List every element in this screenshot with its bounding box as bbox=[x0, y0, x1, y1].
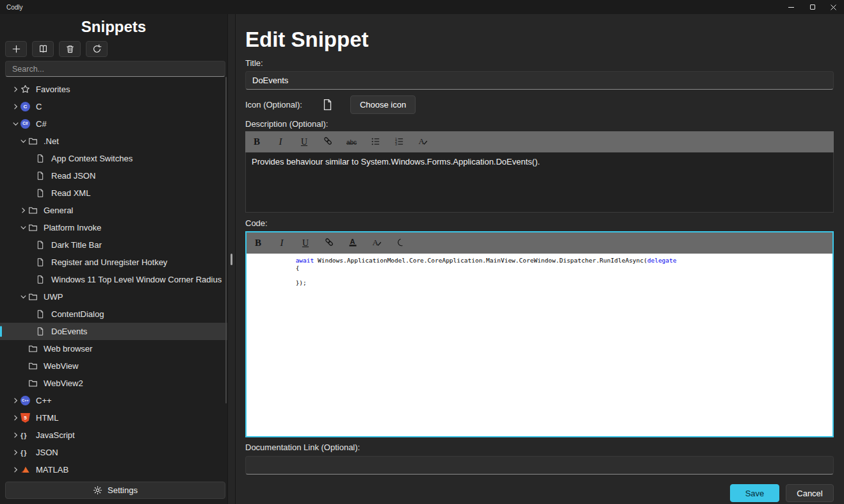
tree-item-register-and-unregister-hotkey[interactable]: Register and Unregister Hotkey bbox=[0, 254, 227, 271]
tree-item-read-json[interactable]: Read JSON bbox=[0, 167, 227, 184]
font-color-button[interactable]: A bbox=[343, 234, 362, 252]
app-window: Codly Snippets FavoritesCCC#C#.NetApp Co… bbox=[0, 0, 844, 504]
tree-item-web-browser[interactable]: Web browser bbox=[0, 340, 227, 357]
delete-icon bbox=[65, 44, 75, 54]
tree-item-net[interactable]: .Net bbox=[0, 133, 227, 150]
hyperlink-button[interactable] bbox=[318, 133, 337, 150]
duplicate-button[interactable] bbox=[32, 41, 54, 57]
font-icon: A bbox=[371, 237, 382, 249]
tree-item-webview2[interactable]: WebView2 bbox=[0, 375, 227, 392]
title-label: Title: bbox=[245, 58, 834, 69]
html-icon: 5 bbox=[20, 413, 32, 423]
underline-button[interactable]: U bbox=[295, 133, 314, 150]
tree-item-windows-11-top-level-window-corner-radius[interactable]: Windows 11 Top Level Window Corner Radiu… bbox=[0, 271, 227, 288]
numbered-list-icon: 123 bbox=[394, 136, 404, 148]
tree-item-doevents[interactable]: DoEvents bbox=[0, 323, 227, 340]
folder-icon bbox=[28, 206, 40, 215]
tree-item-label: JSON bbox=[36, 448, 58, 457]
file-icon bbox=[36, 275, 47, 284]
underline-button[interactable]: U bbox=[296, 234, 315, 252]
tree-item-html[interactable]: 5HTML bbox=[0, 409, 227, 427]
chevron-down-icon[interactable] bbox=[18, 138, 28, 145]
save-button[interactable]: Save bbox=[730, 484, 779, 502]
page-title: Edit Snippet bbox=[245, 27, 834, 53]
braces-icon: { } bbox=[20, 449, 32, 457]
settings-button[interactable]: Settings bbox=[5, 482, 225, 499]
font-button[interactable]: A bbox=[367, 234, 386, 252]
tree-item-app-context-switches[interactable]: App Context Switches bbox=[0, 150, 227, 167]
refresh-button[interactable] bbox=[86, 41, 108, 57]
tree-item-uwp[interactable]: UWP bbox=[0, 288, 227, 305]
description-text: Provides behaviour similar to System.Win… bbox=[252, 157, 540, 167]
chevron-down-icon[interactable] bbox=[10, 120, 20, 127]
bullet-list-icon bbox=[371, 136, 380, 148]
code-line: { bbox=[252, 264, 827, 272]
tree-item-c-plus-plus[interactable]: C++C++ bbox=[0, 392, 227, 409]
chevron-right-icon[interactable] bbox=[10, 397, 20, 404]
theme-button[interactable] bbox=[391, 234, 410, 252]
pane-splitter[interactable] bbox=[227, 14, 236, 504]
tree-item-contentdialog[interactable]: ContentDialog bbox=[0, 305, 227, 323]
documentation-input[interactable] bbox=[245, 456, 834, 475]
tree-item-platform-invoke[interactable]: Platform Invoke bbox=[0, 219, 227, 236]
choose-icon-button[interactable]: Choose icon bbox=[350, 95, 416, 114]
search-input[interactable] bbox=[5, 61, 225, 77]
italic-button[interactable]: I bbox=[272, 234, 291, 252]
matlab-icon bbox=[20, 465, 32, 475]
tree-item-javascript[interactable]: { }JavaScript bbox=[0, 427, 227, 444]
chevron-right-icon[interactable] bbox=[10, 103, 20, 110]
title-input[interactable] bbox=[245, 71, 834, 90]
cancel-button[interactable]: Cancel bbox=[786, 484, 834, 502]
chevron-right-icon[interactable] bbox=[10, 432, 20, 439]
strikethrough-button[interactable]: abc bbox=[342, 133, 361, 150]
chevron-down-icon[interactable] bbox=[18, 224, 28, 231]
svg-text:A: A bbox=[350, 238, 355, 245]
code-editor[interactable]: await Windows.ApplicationModel.Core.Core… bbox=[247, 254, 832, 436]
close-icon bbox=[831, 4, 836, 10]
tree-item-label: Windows 11 Top Level Window Corner Radiu… bbox=[51, 275, 222, 284]
tree-item-favorites[interactable]: Favorites bbox=[0, 81, 227, 98]
braces-icon: { } bbox=[20, 432, 32, 439]
chevron-right-icon[interactable] bbox=[10, 449, 20, 456]
tree-item-webview[interactable]: WebView bbox=[0, 357, 227, 375]
tree-item-c-sharp[interactable]: C#C# bbox=[0, 115, 227, 133]
numbered-list-button[interactable]: 123 bbox=[389, 133, 409, 150]
tree-item-dark-title-bar[interactable]: Dark Title Bar bbox=[0, 236, 227, 254]
tree-scrollbar[interactable] bbox=[225, 77, 227, 403]
tree-item-c[interactable]: CC bbox=[0, 98, 227, 115]
italic-button[interactable]: I bbox=[271, 133, 290, 150]
maximize-button[interactable] bbox=[802, 0, 823, 14]
hyperlink-button[interactable] bbox=[320, 234, 339, 252]
tree-item-matlab[interactable]: MATLAB bbox=[0, 461, 227, 478]
tree-item-json[interactable]: { }JSON bbox=[0, 444, 227, 461]
chevron-right-icon[interactable] bbox=[10, 86, 20, 93]
bullet-list-button[interactable] bbox=[366, 133, 385, 150]
sidebar: Snippets FavoritesCCC#C#.NetApp Context … bbox=[0, 14, 227, 504]
minimize-button[interactable] bbox=[781, 0, 802, 14]
chevron-right-icon[interactable] bbox=[18, 207, 28, 214]
chevron-right-icon[interactable] bbox=[10, 466, 20, 473]
font-button[interactable]: A bbox=[413, 133, 432, 150]
file-icon bbox=[36, 171, 47, 181]
chevron-right-icon[interactable] bbox=[10, 414, 20, 421]
tree-item-general[interactable]: General bbox=[0, 202, 227, 219]
close-button[interactable] bbox=[823, 0, 844, 14]
tree-item-label: WebView2 bbox=[44, 378, 83, 388]
add-button[interactable] bbox=[5, 41, 27, 57]
code-line bbox=[252, 272, 827, 279]
file-icon bbox=[36, 188, 47, 198]
chevron-down-icon[interactable] bbox=[18, 293, 28, 300]
gear-icon bbox=[93, 485, 102, 495]
font-icon: A bbox=[418, 136, 428, 148]
tree-item-read-xml[interactable]: Read XML bbox=[0, 184, 227, 202]
c-icon: C bbox=[20, 102, 32, 111]
folder-icon bbox=[28, 292, 40, 302]
bold-button[interactable]: B bbox=[248, 234, 268, 252]
tree-item-label: Web browser bbox=[44, 344, 92, 354]
delete-button[interactable] bbox=[59, 41, 81, 57]
font-color-icon: A bbox=[348, 237, 358, 249]
bold-button[interactable]: B bbox=[247, 133, 266, 150]
actions-row: Save Cancel bbox=[245, 484, 834, 502]
description-input[interactable]: Provides behaviour similar to System.Win… bbox=[245, 152, 834, 213]
tree-item-label: C++ bbox=[36, 396, 52, 405]
